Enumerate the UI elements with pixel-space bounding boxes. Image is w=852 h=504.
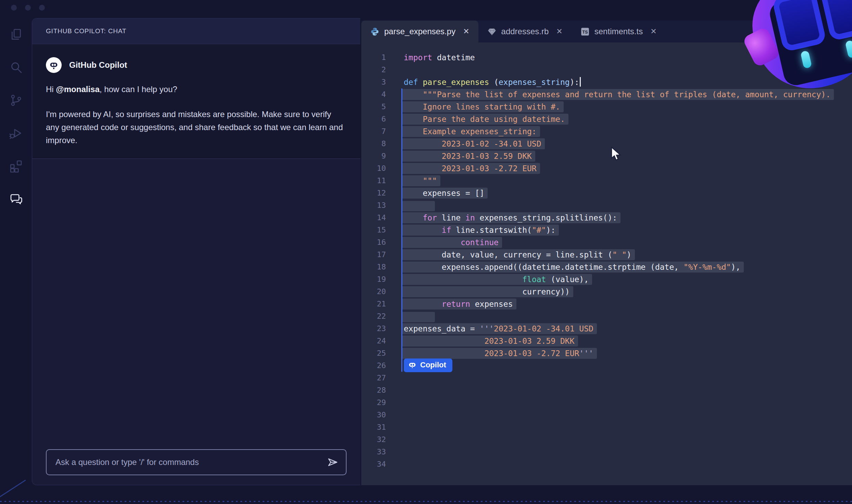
activity-bar	[0, 20, 32, 485]
line-number: 25	[361, 347, 386, 360]
copilot-chat-panel: GITHUB COPILOT: CHAT GitHub Copilot Hi @…	[32, 18, 360, 485]
code-line[interactable]: 28	[361, 384, 852, 396]
code-line[interactable]: 16 continue	[361, 236, 852, 249]
code-line[interactable]: 24 2023-01-03 2.59 DKK	[361, 335, 852, 347]
code-line[interactable]: 18 expenses.append((datetime.datetime.st…	[361, 261, 852, 273]
line-number: 6	[361, 113, 386, 125]
chat-sender-name: GitHub Copilot	[69, 60, 127, 70]
window-zoom-button[interactable]	[39, 5, 45, 11]
line-number: 1	[361, 51, 386, 64]
code-line[interactable]: 17 date, value, currency = line.split ("…	[361, 249, 852, 261]
code-line[interactable]: 30	[361, 409, 852, 421]
code-line[interactable]: 3def parse_expenses (expenses_string):	[361, 76, 852, 88]
window-close-button[interactable]	[11, 5, 17, 11]
code-line[interactable]: 25 2023-01-03 -2.72 EUR'''	[361, 347, 852, 360]
window-controls	[11, 5, 45, 11]
line-number: 31	[361, 421, 386, 433]
code-line[interactable]: 22	[361, 310, 852, 323]
line-number: 30	[361, 409, 386, 421]
python-icon	[370, 27, 379, 36]
chat-input-field[interactable]	[47, 457, 327, 467]
editor: parse_expenses.py✕ addresses.rb✕ TS sent…	[361, 21, 852, 485]
code-line[interactable]: 2	[361, 64, 852, 76]
chat-panel-header: GITHUB COPILOT: CHAT	[32, 18, 360, 44]
code-line[interactable]: 9 2023-01-03 2.59 DKK	[361, 150, 852, 162]
code-line[interactable]: 32	[361, 433, 852, 446]
line-number: 10	[361, 162, 386, 175]
code-line[interactable]: 34	[361, 458, 852, 470]
line-number: 28	[361, 384, 386, 396]
app-window: GITHUB COPILOT: CHAT GitHub Copilot Hi @…	[0, 0, 852, 504]
code-line[interactable]: 10 2023-01-03 -2.72 EUR	[361, 162, 852, 175]
line-number: 22	[361, 310, 386, 323]
source-control-icon[interactable]	[8, 92, 24, 108]
code-line[interactable]: 29	[361, 396, 852, 409]
code-line[interactable]: 12 expenses = []	[361, 187, 852, 199]
chat-message-body: I'm powered by AI, so surprises and mist…	[46, 108, 347, 147]
line-number: 16	[361, 236, 386, 249]
tab-sentiments.ts[interactable]: TS sentiments.ts✕	[572, 21, 666, 42]
chat-message: GitHub Copilot Hi @monalisa, how can I h…	[32, 44, 360, 159]
close-icon[interactable]: ✕	[463, 27, 469, 36]
code-line[interactable]: 11 """	[361, 175, 852, 187]
line-number: 33	[361, 446, 386, 458]
tab-bar: parse_expenses.py✕ addresses.rb✕ TS sent…	[361, 21, 852, 42]
line-number: 17	[361, 249, 386, 261]
bottom-accent-line	[0, 501, 852, 502]
code-line[interactable]: 26 Copilot	[361, 360, 852, 372]
line-number: 18	[361, 261, 386, 273]
line-number: 8	[361, 138, 386, 150]
code-line[interactable]: 4 """Parse the list of expenses and retu…	[361, 88, 852, 101]
line-number: 24	[361, 335, 386, 347]
line-number: 20	[361, 286, 386, 298]
copilot-icon	[408, 361, 417, 369]
line-number: 13	[361, 199, 386, 212]
line-number: 2	[361, 64, 386, 76]
search-icon[interactable]	[8, 60, 24, 75]
code-line[interactable]: 27	[361, 372, 852, 384]
extensions-icon[interactable]	[8, 158, 24, 174]
tab-parse_expenses.py[interactable]: parse_expenses.py✕	[361, 21, 478, 42]
line-number: 3	[361, 76, 386, 88]
svg-text:TS: TS	[582, 29, 588, 34]
line-number: 9	[361, 150, 386, 162]
chat-message-header: GitHub Copilot	[46, 57, 347, 73]
code-line[interactable]: 14 for line in expenses_string.splitline…	[361, 212, 852, 224]
line-number: 12	[361, 187, 386, 199]
window-minimize-button[interactable]	[25, 5, 31, 11]
line-number: 21	[361, 298, 386, 310]
code-line[interactable]: 33	[361, 446, 852, 458]
code-line[interactable]: 1import datetime	[361, 51, 852, 64]
code-line[interactable]: 31	[361, 421, 852, 433]
close-icon[interactable]: ✕	[556, 27, 562, 36]
code-line[interactable]: 19 float (value),	[361, 273, 852, 286]
line-number: 29	[361, 396, 386, 409]
line-number: 19	[361, 273, 386, 286]
code-area[interactable]: 1import datetime23def parse_expenses (ex…	[361, 42, 852, 485]
close-icon[interactable]: ✕	[650, 27, 656, 36]
line-number: 14	[361, 212, 386, 224]
explorer-icon[interactable]	[8, 27, 24, 42]
code-line[interactable]: 23expenses_data = '''2023-01-02 -34.01 U…	[361, 323, 852, 335]
tab-addresses.rb[interactable]: addresses.rb✕	[478, 21, 572, 42]
code-line[interactable]: 5 Ignore lines starting with #.	[361, 101, 852, 113]
chat-icon[interactable]	[8, 191, 24, 207]
code-line[interactable]: 6 Parse the date using datetime.	[361, 113, 852, 125]
code-line[interactable]: 20 currency))	[361, 286, 852, 298]
code-line[interactable]: 21 return expenses	[361, 298, 852, 310]
tab-label: parse_expenses.py	[384, 27, 455, 36]
line-number: 11	[361, 175, 386, 187]
send-icon[interactable]	[327, 456, 338, 468]
copilot-suggestion-indicator	[401, 88, 402, 372]
copilot-avatar	[46, 57, 62, 73]
line-number: 7	[361, 125, 386, 138]
code-line[interactable]: 13	[361, 199, 852, 212]
run-debug-icon[interactable]	[8, 125, 24, 141]
line-number: 26	[361, 360, 386, 372]
line-number: 32	[361, 433, 386, 446]
line-number: 4	[361, 88, 386, 101]
code-line[interactable]: 8 2023-01-02 -34.01 USD	[361, 138, 852, 150]
mention: @monalisa	[56, 85, 99, 94]
code-line[interactable]: 15 if line.startswith("#"):	[361, 224, 852, 236]
code-line[interactable]: 7 Example expenses_string:	[361, 125, 852, 138]
